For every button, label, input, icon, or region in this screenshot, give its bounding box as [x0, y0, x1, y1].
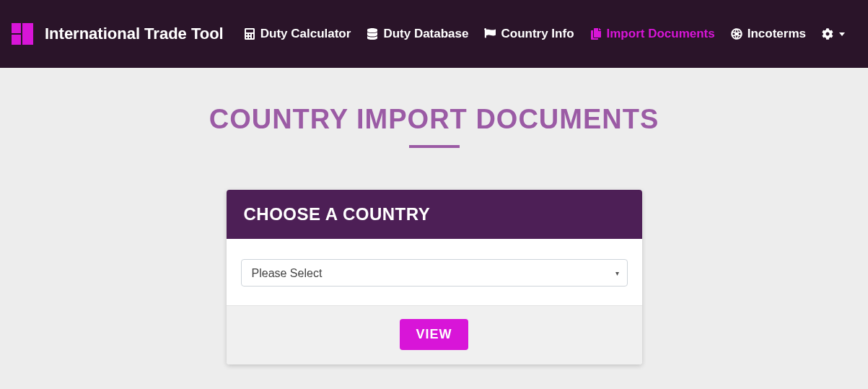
nav-settings-dropdown[interactable] [822, 28, 845, 40]
nav-label: Duty Calculator [260, 27, 351, 41]
title-underline [409, 145, 460, 148]
country-select[interactable]: Please Select [241, 259, 628, 287]
nav-import-documents[interactable]: Import Documents [590, 27, 715, 41]
copy-icon [590, 28, 602, 40]
calculator-icon [244, 28, 255, 40]
nav-label: Import Documents [607, 27, 715, 41]
app-logo[interactable] [12, 23, 33, 45]
brand-title[interactable]: International Trade Tool [45, 25, 224, 43]
card-header-title: CHOOSE A COUNTRY [244, 204, 625, 224]
card-body: Please Select ▾ [227, 239, 642, 305]
nav-label: Country Info [501, 27, 574, 41]
nav-items: Duty Calculator Duty Database Country In… [244, 27, 845, 41]
nav-incoterms[interactable]: Incoterms [731, 27, 806, 41]
top-navbar: International Trade Tool Duty Calculator… [0, 0, 868, 68]
choose-country-card: CHOOSE A COUNTRY Please Select ▾ VIEW [227, 190, 642, 364]
gear-icon [822, 28, 833, 40]
caret-down-icon [839, 32, 845, 36]
page-title: COUNTRY IMPORT DOCUMENTS [209, 104, 659, 135]
view-button[interactable]: VIEW [400, 319, 468, 350]
database-icon [367, 28, 378, 40]
nav-label: Incoterms [748, 27, 806, 41]
country-select-wrap: Please Select ▾ [241, 259, 628, 287]
nav-duty-database[interactable]: Duty Database [367, 27, 468, 41]
nav-label: Duty Database [383, 27, 468, 41]
card-footer: VIEW [227, 305, 642, 364]
card-header: CHOOSE A COUNTRY [227, 190, 642, 239]
main-content: COUNTRY IMPORT DOCUMENTS CHOOSE A COUNTR… [0, 68, 868, 364]
flag-icon [484, 28, 496, 40]
nav-country-info[interactable]: Country Info [484, 27, 574, 41]
nav-duty-calculator[interactable]: Duty Calculator [244, 27, 351, 41]
globe-icon [731, 28, 742, 40]
